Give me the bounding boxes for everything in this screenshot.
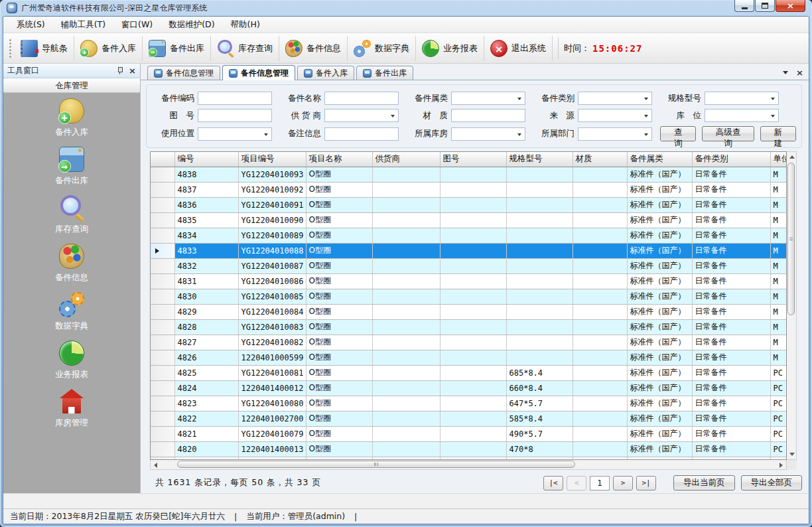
column-header[interactable]: 规格型号 xyxy=(506,152,573,167)
row-selector[interactable] xyxy=(151,411,174,426)
field-control[interactable] xyxy=(578,92,652,105)
column-header[interactable]: 项目编号 xyxy=(238,152,306,167)
toolbar-grip-icon[interactable] xyxy=(9,38,12,58)
column-header[interactable]: 项目名称 xyxy=(306,152,372,167)
column-header[interactable]: 备件类别 xyxy=(692,152,770,167)
table-row[interactable]: 4829 YG12204010084 O型圈 标准件（国产） 日常备件 xyxy=(151,304,787,319)
column-header[interactable]: 材质 xyxy=(573,152,627,167)
last-page-button[interactable]: >| xyxy=(636,476,656,490)
tab-list-dropdown-icon[interactable] xyxy=(783,71,788,74)
tab[interactable]: 备件入库 xyxy=(297,66,354,80)
menu-item[interactable]: 窗口(W) xyxy=(113,17,161,33)
tab[interactable]: 备件出库 xyxy=(356,66,413,80)
row-selector[interactable] xyxy=(151,350,174,365)
menu-item[interactable]: 数据维护(D) xyxy=(161,17,222,33)
row-selector[interactable] xyxy=(151,197,174,212)
row-selector[interactable] xyxy=(151,365,174,380)
field-control[interactable] xyxy=(198,92,272,105)
menu-item[interactable]: 辅助工具(T) xyxy=(53,17,113,33)
previous-page-button[interactable]: < xyxy=(567,476,586,490)
row-selector[interactable] xyxy=(151,441,174,457)
tab[interactable]: 备件信息管理 xyxy=(147,66,220,80)
row-selector[interactable] xyxy=(151,167,174,182)
menu-item[interactable]: 系统(S) xyxy=(9,17,53,33)
scroll-right-icon[interactable] xyxy=(779,463,783,468)
sidebar-item[interactable]: 备件信息 xyxy=(3,244,140,283)
field-control[interactable] xyxy=(198,127,272,141)
sidebar-item[interactable]: 库房管理 xyxy=(3,389,140,429)
field-control[interactable] xyxy=(578,109,652,122)
table-row[interactable]: 4832 YG12204010087 O型圈 标准件（国产） 日常备件 xyxy=(151,258,787,273)
toolbar-button[interactable]: 退出系统 xyxy=(484,36,553,61)
field-control[interactable] xyxy=(705,109,779,122)
maximize-button[interactable] xyxy=(755,0,775,12)
row-selector[interactable] xyxy=(151,212,174,228)
horizontal-scroll-thumb[interactable] xyxy=(177,461,575,468)
column-header[interactable]: 备件属类 xyxy=(627,152,692,167)
row-selector[interactable] xyxy=(151,258,174,273)
sidebar-close-icon[interactable]: × xyxy=(129,66,136,75)
advanced-query-button[interactable]: 高级查询 xyxy=(702,126,754,141)
table-row[interactable]: 4823 YG12204010080 O型圈 647*5.7 标准件（国产） xyxy=(151,396,787,411)
sidebar-item[interactable]: 备件入库 xyxy=(3,98,140,138)
pin-icon[interactable] xyxy=(117,66,123,75)
tab-close-icon[interactable]: × xyxy=(796,68,803,77)
toolbar-button[interactable]: 备件入库 xyxy=(74,36,143,61)
toolbar-button[interactable]: 库存查询 xyxy=(211,36,279,61)
field-control[interactable] xyxy=(578,127,652,141)
sidebar-section-title[interactable]: 仓库管理 xyxy=(3,78,140,93)
table-row[interactable]: 4824 1220401400012 O型圈 660*8.4 标准件（国产） xyxy=(151,380,787,396)
sidebar-item[interactable]: 业务报表 xyxy=(3,340,140,380)
field-control[interactable] xyxy=(451,127,525,141)
export-current-page-button[interactable]: 导出当前页 xyxy=(673,475,735,490)
menu-item[interactable]: 帮助(H) xyxy=(223,17,268,33)
scroll-left-icon[interactable] xyxy=(154,463,157,468)
column-header[interactable]: 单位 xyxy=(770,152,787,167)
table-row[interactable]: 4826 1220401000599 O型圈 标准件（国产） 日常备件 xyxy=(151,350,787,365)
first-page-button[interactable]: |< xyxy=(543,476,563,490)
scroll-down-icon[interactable] xyxy=(789,453,795,456)
horizontal-scrollbar[interactable] xyxy=(150,460,787,470)
field-control[interactable] xyxy=(324,92,399,105)
row-selector[interactable] xyxy=(151,426,174,441)
field-control[interactable] xyxy=(324,109,399,122)
next-page-button[interactable]: > xyxy=(613,476,633,490)
sidebar-item[interactable]: 数据字典 xyxy=(3,292,140,332)
table-row[interactable]: 4830 YG12204010085 O型圈 标准件（国产） 日常备件 xyxy=(151,289,787,304)
table-row[interactable]: 4820 1220401400013 O型圈 470*8 标准件（国产） xyxy=(151,441,787,457)
sidebar-item[interactable]: 备件出库 xyxy=(3,147,140,187)
table-row[interactable]: 4838 YG12204010093 O型圈 标准件（国产） 日常备件 xyxy=(151,167,787,182)
minimize-button[interactable] xyxy=(734,0,754,12)
vertical-scrollbar[interactable] xyxy=(787,151,797,460)
row-selector[interactable] xyxy=(151,228,174,243)
field-control[interactable] xyxy=(198,109,272,122)
table-row[interactable]: 4837 YG12204010092 O型圈 标准件（国产） 日常备件 xyxy=(151,182,787,197)
table-row[interactable]: 4821 YG12204010079 O型圈 490*5.7 标准件（国产） xyxy=(151,426,787,441)
query-button[interactable]: 查询 xyxy=(660,126,696,141)
table-row[interactable]: 4827 YG12204010082 O型圈 标准件（国产） 日常备件 xyxy=(151,335,787,350)
column-header[interactable]: 图号 xyxy=(440,152,506,167)
vertical-scroll-thumb[interactable] xyxy=(787,163,795,315)
table-row[interactable]: 4822 1220401002700 O型圈 585*8.4 标准件（国产） xyxy=(151,411,787,426)
row-selector[interactable] xyxy=(151,335,174,350)
toolbar-button[interactable]: 导航条 xyxy=(15,36,74,61)
toolbar-button[interactable]: 备件出库 xyxy=(143,36,211,61)
toolbar-button[interactable]: 备件信息 xyxy=(279,36,348,61)
new-button[interactable]: 新建 xyxy=(760,126,796,141)
field-control[interactable] xyxy=(324,127,399,141)
tab[interactable]: 备件信息管理 xyxy=(222,65,295,80)
sidebar-item[interactable]: 库存查询 xyxy=(3,195,140,235)
table-row[interactable]: 4831 YG12204010086 O型圈 标准件（国产） 日常备件 xyxy=(151,273,787,289)
row-selector[interactable] xyxy=(151,304,174,319)
row-selector[interactable] xyxy=(151,380,174,396)
column-header[interactable]: 供货商 xyxy=(372,152,440,167)
row-selector[interactable] xyxy=(151,396,174,411)
row-selector[interactable] xyxy=(151,243,174,258)
close-button[interactable]: × xyxy=(776,0,805,12)
toolbar-button[interactable]: 数据字典 xyxy=(348,36,416,61)
export-all-pages-button[interactable]: 导出全部页 xyxy=(741,475,803,490)
table-row[interactable]: 4834 YG12204010089 O型圈 标准件（国产） 日常备件 xyxy=(151,228,787,243)
column-header[interactable]: 编号 xyxy=(174,152,238,167)
table-row[interactable]: 4825 YG12204010081 O型圈 685*8.4 标准件（国产） xyxy=(151,365,787,380)
table-row[interactable]: 4833 YG12204010088 O型圈 标准件（国产） 日常备件 xyxy=(151,243,787,258)
